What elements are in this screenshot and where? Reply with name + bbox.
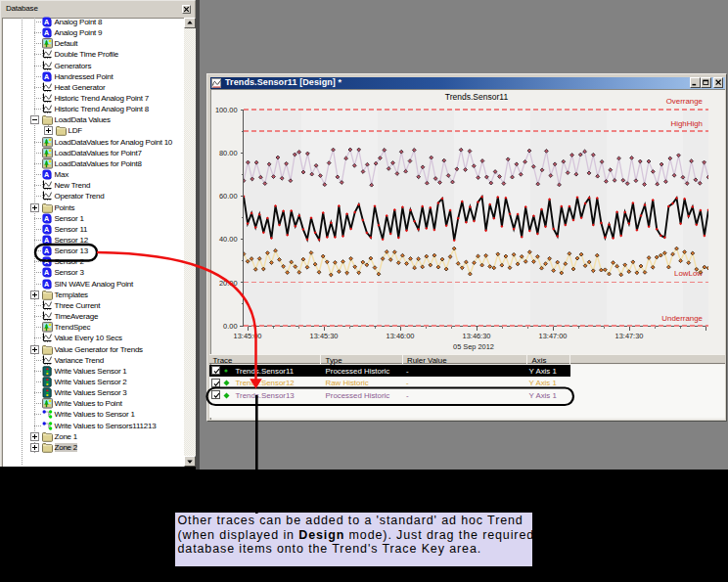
svg-text:A: A (44, 72, 49, 81)
svg-text:A: A (44, 225, 49, 234)
svg-text:A: A (44, 279, 49, 288)
svg-text:A: A (44, 18, 49, 26)
svg-text:A: A (44, 268, 49, 277)
svg-text:A: A (44, 236, 49, 245)
svg-text:A: A (44, 213, 49, 222)
svg-text:A: A (44, 257, 49, 266)
svg-text:A: A (44, 246, 49, 255)
svg-text:A: A (44, 170, 49, 179)
svg-text:A: A (44, 28, 49, 37)
